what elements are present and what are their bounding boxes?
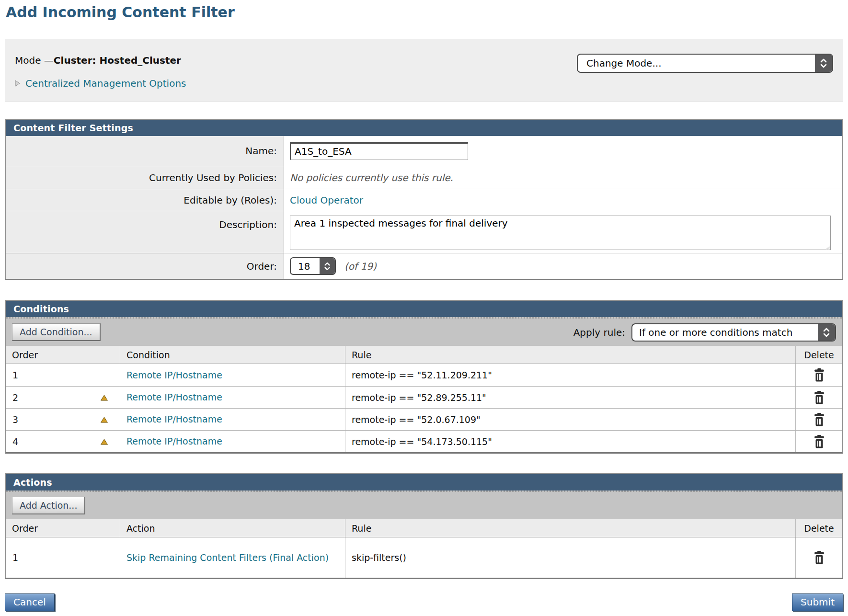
disclosure-triangle-icon xyxy=(15,80,20,87)
delete-condition-button[interactable] xyxy=(813,435,825,448)
condition-rule: remote-ip == "52.0.67.109" xyxy=(345,409,795,430)
content-filter-settings-header: Content Filter Settings xyxy=(6,120,842,136)
order-label: Order: xyxy=(6,253,284,279)
cancel-button[interactable]: Cancel xyxy=(5,593,55,611)
centralized-management-options-link[interactable]: Centralized Management Options xyxy=(15,78,186,89)
order-row: Order: 18 (of 19) xyxy=(6,253,842,279)
description-row: Description: xyxy=(6,211,842,253)
add-action-button[interactable]: Add Action... xyxy=(12,497,85,514)
select-stepper-icon xyxy=(320,258,335,274)
page: Add Incoming Content Filter Mode —Cluste… xyxy=(0,0,848,611)
trash-icon xyxy=(813,413,825,426)
action-order: 1 xyxy=(12,552,18,563)
policies-value: No policies currently use this rule. xyxy=(290,172,453,183)
condition-row-3: 3 Remote IP/Hostname remote-ip == "52.0.… xyxy=(6,408,842,430)
apply-rule-select[interactable]: If one or more conditions match xyxy=(631,323,836,342)
col-delete: Delete xyxy=(795,346,842,364)
apply-rule-selected-value: If one or more conditions match xyxy=(632,324,818,341)
page-title: Add Incoming Content Filter xyxy=(6,4,843,21)
move-up-icon xyxy=(100,417,108,423)
condition-link[interactable]: Remote IP/Hostname xyxy=(120,364,345,386)
footer: Cancel Submit xyxy=(5,593,843,611)
condition-row-4: 4 Remote IP/Hostname remote-ip == "54.17… xyxy=(6,430,842,452)
move-up-icon xyxy=(100,439,108,445)
trash-icon xyxy=(813,391,825,404)
actions-panel: Actions Add Action... Order Action Rule … xyxy=(5,473,843,579)
condition-order: 1 xyxy=(12,370,18,380)
col-rule: Rule xyxy=(345,519,795,537)
trash-icon xyxy=(813,551,825,564)
condition-link[interactable]: Remote IP/Hostname xyxy=(120,431,345,452)
condition-rule: remote-ip == "52.89.255.11" xyxy=(345,387,795,408)
actions-column-headers: Order Action Rule Delete xyxy=(6,519,842,537)
col-order: Order xyxy=(6,346,120,364)
editable-label: Editable by (Roles): xyxy=(6,189,284,211)
condition-order: 2 xyxy=(12,392,18,403)
action-row-1: 1 Skip Remaining Content Filters (Final … xyxy=(6,537,842,578)
select-stepper-icon xyxy=(818,324,835,341)
editable-row: Editable by (Roles): Cloud Operator xyxy=(6,189,842,211)
conditions-column-headers: Order Condition Rule Delete xyxy=(6,346,842,364)
actions-header: Actions xyxy=(6,474,842,491)
move-up-button[interactable] xyxy=(100,392,108,403)
delete-condition-button[interactable] xyxy=(813,391,825,404)
mode-label: Mode — xyxy=(15,55,54,66)
trash-icon xyxy=(813,435,825,448)
condition-rule: remote-ip == "52.11.209.211" xyxy=(345,364,795,386)
name-row: Name: xyxy=(6,136,842,166)
col-rule: Rule xyxy=(345,346,795,364)
order-selected-value: 18 xyxy=(291,258,320,274)
action-link[interactable]: Skip Remaining Content Filters (Final Ac… xyxy=(120,537,345,578)
submit-button[interactable]: Submit xyxy=(792,593,843,611)
content-filter-settings-panel: Content Filter Settings Name: Currently … xyxy=(5,119,843,280)
delete-condition-button[interactable] xyxy=(813,368,825,382)
trash-icon xyxy=(813,368,825,382)
description-label: Description: xyxy=(6,211,284,253)
move-up-button[interactable] xyxy=(100,436,108,447)
condition-rule: remote-ip == "54.173.50.115" xyxy=(345,431,795,452)
move-up-icon xyxy=(100,395,108,401)
col-condition: Condition xyxy=(120,346,345,364)
policies-row: Currently Used by Policies: No policies … xyxy=(6,166,842,189)
description-textarea[interactable] xyxy=(290,216,831,250)
condition-row-2: 2 Remote IP/Hostname remote-ip == "52.89… xyxy=(6,386,842,408)
condition-row-1: 1 Remote IP/Hostname remote-ip == "52.11… xyxy=(6,364,842,386)
condition-link[interactable]: Remote IP/Hostname xyxy=(120,387,345,408)
action-rule: skip-filters() xyxy=(345,537,795,578)
mode-cluster-value: Cluster: Hosted_Cluster xyxy=(54,55,181,66)
condition-order: 4 xyxy=(12,436,18,447)
name-label: Name: xyxy=(6,136,284,166)
cloud-operator-link[interactable]: Cloud Operator xyxy=(290,194,363,206)
col-action: Action xyxy=(120,519,345,537)
add-condition-button[interactable]: Add Condition... xyxy=(12,323,101,341)
mode-panel: Mode —Cluster: Hosted_Cluster Centralize… xyxy=(5,39,843,102)
order-select[interactable]: 18 xyxy=(290,257,336,275)
policies-label: Currently Used by Policies: xyxy=(6,166,284,189)
conditions-header: Conditions xyxy=(6,301,842,317)
order-total: (of 19) xyxy=(344,261,377,272)
move-up-button[interactable] xyxy=(100,414,108,425)
actions-toolbar: Add Action... xyxy=(6,491,842,519)
delete-action-button[interactable] xyxy=(813,551,825,564)
change-mode-select[interactable]: Change Mode... xyxy=(577,54,833,73)
name-input[interactable] xyxy=(290,142,468,160)
change-mode-selected-value: Change Mode... xyxy=(578,55,815,72)
conditions-toolbar: Add Condition... Apply rule: If one or m… xyxy=(6,317,842,346)
delete-condition-button[interactable] xyxy=(813,413,825,426)
apply-rule-label: Apply rule: xyxy=(573,327,625,338)
condition-order: 3 xyxy=(12,414,18,425)
select-stepper-icon xyxy=(815,55,832,72)
col-delete: Delete xyxy=(795,519,842,537)
condition-link[interactable]: Remote IP/Hostname xyxy=(120,409,345,430)
centralized-management-options-label: Centralized Management Options xyxy=(25,78,186,89)
col-order: Order xyxy=(6,519,120,537)
conditions-panel: Conditions Add Condition... Apply rule: … xyxy=(5,300,843,454)
